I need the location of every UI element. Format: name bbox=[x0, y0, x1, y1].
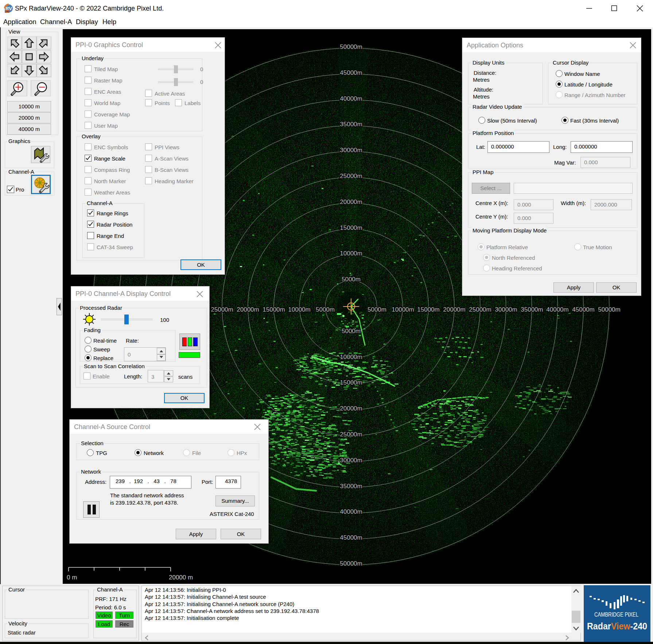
svg-text:10000m: 10000m bbox=[288, 306, 310, 313]
svg-text:10000m: 10000m bbox=[340, 354, 362, 360]
svg-text:30000m: 30000m bbox=[495, 306, 517, 313]
svg-text:45000m: 45000m bbox=[340, 69, 362, 76]
svg-text:35000m: 35000m bbox=[340, 121, 362, 128]
svg-text:5000m: 5000m bbox=[342, 328, 361, 335]
svg-text:40000m: 40000m bbox=[340, 95, 362, 102]
svg-text:50000m: 50000m bbox=[340, 43, 362, 50]
svg-text:15000m: 15000m bbox=[340, 224, 362, 231]
svg-text:CAMBRIDGE PiXEL: CAMBRIDGE PiXEL bbox=[594, 612, 638, 618]
svg-text:50000m: 50000m bbox=[340, 560, 362, 567]
svg-text:30000m: 30000m bbox=[340, 457, 362, 464]
svg-text:15000m: 15000m bbox=[263, 306, 285, 313]
svg-text:20000m: 20000m bbox=[340, 198, 362, 205]
svg-text:15000m: 15000m bbox=[340, 379, 362, 386]
svg-text:40000m: 40000m bbox=[340, 508, 362, 515]
svg-text:RadarView-240: RadarView-240 bbox=[587, 621, 647, 632]
svg-text:15000m: 15000m bbox=[417, 306, 439, 313]
svg-text:20000 m: 20000 m bbox=[169, 574, 193, 581]
svg-text:45000m: 45000m bbox=[340, 534, 362, 541]
svg-text:10000m: 10000m bbox=[392, 306, 414, 313]
svg-text:5000m: 5000m bbox=[368, 306, 386, 313]
svg-text:50000m: 50000m bbox=[598, 306, 620, 313]
svg-text:40000m: 40000m bbox=[546, 306, 568, 313]
svg-text:20000m: 20000m bbox=[340, 405, 362, 412]
svg-text:45000m: 45000m bbox=[572, 306, 594, 313]
svg-text:30000m: 30000m bbox=[340, 147, 362, 154]
svg-text:20000m: 20000m bbox=[237, 306, 259, 313]
svg-text:10000m: 10000m bbox=[340, 250, 362, 257]
svg-text:5000m: 5000m bbox=[316, 306, 335, 313]
svg-text:25000m: 25000m bbox=[340, 173, 362, 180]
svg-text:5000m: 5000m bbox=[342, 276, 361, 283]
svg-text:240: 240 bbox=[5, 10, 9, 13]
svg-text:20000m: 20000m bbox=[443, 306, 465, 313]
svg-text:25000m: 25000m bbox=[340, 431, 362, 438]
svg-text:0 m: 0 m bbox=[67, 574, 77, 581]
svg-text:25000m: 25000m bbox=[469, 306, 491, 313]
svg-text:35000m: 35000m bbox=[521, 306, 543, 313]
svg-text:35000m: 35000m bbox=[340, 483, 362, 490]
svg-text:25000m: 25000m bbox=[211, 306, 233, 313]
